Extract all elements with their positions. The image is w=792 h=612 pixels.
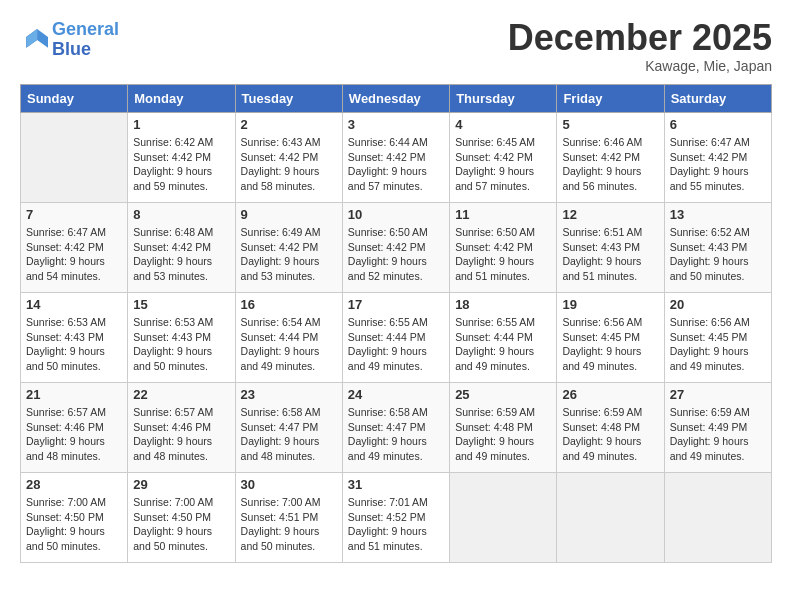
day-number: 18 bbox=[455, 297, 551, 312]
day-info: Sunrise: 6:52 AM Sunset: 4:43 PM Dayligh… bbox=[670, 225, 766, 284]
day-number: 25 bbox=[455, 387, 551, 402]
calendar-table: SundayMondayTuesdayWednesdayThursdayFrid… bbox=[20, 84, 772, 563]
calendar-cell: 8Sunrise: 6:48 AM Sunset: 4:42 PM Daylig… bbox=[128, 203, 235, 293]
logo-text: GeneralBlue bbox=[52, 20, 119, 60]
day-info: Sunrise: 6:49 AM Sunset: 4:42 PM Dayligh… bbox=[241, 225, 337, 284]
month-title: December 2025 bbox=[508, 20, 772, 56]
day-number: 30 bbox=[241, 477, 337, 492]
day-number: 13 bbox=[670, 207, 766, 222]
day-number: 16 bbox=[241, 297, 337, 312]
day-number: 26 bbox=[562, 387, 658, 402]
weekday-header-friday: Friday bbox=[557, 85, 664, 113]
calendar-cell: 3Sunrise: 6:44 AM Sunset: 4:42 PM Daylig… bbox=[342, 113, 449, 203]
day-info: Sunrise: 6:59 AM Sunset: 4:48 PM Dayligh… bbox=[562, 405, 658, 464]
day-number: 6 bbox=[670, 117, 766, 132]
calendar-body: 1Sunrise: 6:42 AM Sunset: 4:42 PM Daylig… bbox=[21, 113, 772, 563]
day-info: Sunrise: 6:45 AM Sunset: 4:42 PM Dayligh… bbox=[455, 135, 551, 194]
day-number: 11 bbox=[455, 207, 551, 222]
day-info: Sunrise: 6:50 AM Sunset: 4:42 PM Dayligh… bbox=[455, 225, 551, 284]
day-info: Sunrise: 6:53 AM Sunset: 4:43 PM Dayligh… bbox=[26, 315, 122, 374]
day-number: 21 bbox=[26, 387, 122, 402]
weekday-header-saturday: Saturday bbox=[664, 85, 771, 113]
calendar-cell bbox=[664, 473, 771, 563]
week-row-2: 7Sunrise: 6:47 AM Sunset: 4:42 PM Daylig… bbox=[21, 203, 772, 293]
day-number: 12 bbox=[562, 207, 658, 222]
location: Kawage, Mie, Japan bbox=[508, 58, 772, 74]
calendar-cell: 4Sunrise: 6:45 AM Sunset: 4:42 PM Daylig… bbox=[450, 113, 557, 203]
calendar-cell: 19Sunrise: 6:56 AM Sunset: 4:45 PM Dayli… bbox=[557, 293, 664, 383]
weekday-header-wednesday: Wednesday bbox=[342, 85, 449, 113]
day-number: 17 bbox=[348, 297, 444, 312]
day-info: Sunrise: 6:58 AM Sunset: 4:47 PM Dayligh… bbox=[241, 405, 337, 464]
calendar-cell: 26Sunrise: 6:59 AM Sunset: 4:48 PM Dayli… bbox=[557, 383, 664, 473]
day-info: Sunrise: 6:46 AM Sunset: 4:42 PM Dayligh… bbox=[562, 135, 658, 194]
week-row-1: 1Sunrise: 6:42 AM Sunset: 4:42 PM Daylig… bbox=[21, 113, 772, 203]
day-info: Sunrise: 6:47 AM Sunset: 4:42 PM Dayligh… bbox=[26, 225, 122, 284]
svg-marker-3 bbox=[26, 29, 37, 48]
calendar-cell: 20Sunrise: 6:56 AM Sunset: 4:45 PM Dayli… bbox=[664, 293, 771, 383]
day-info: Sunrise: 6:53 AM Sunset: 4:43 PM Dayligh… bbox=[133, 315, 229, 374]
calendar-cell: 25Sunrise: 6:59 AM Sunset: 4:48 PM Dayli… bbox=[450, 383, 557, 473]
day-number: 27 bbox=[670, 387, 766, 402]
day-info: Sunrise: 6:55 AM Sunset: 4:44 PM Dayligh… bbox=[455, 315, 551, 374]
day-number: 31 bbox=[348, 477, 444, 492]
calendar-cell: 6Sunrise: 6:47 AM Sunset: 4:42 PM Daylig… bbox=[664, 113, 771, 203]
weekday-header-sunday: Sunday bbox=[21, 85, 128, 113]
calendar-header-row: SundayMondayTuesdayWednesdayThursdayFrid… bbox=[21, 85, 772, 113]
calendar-cell: 9Sunrise: 6:49 AM Sunset: 4:42 PM Daylig… bbox=[235, 203, 342, 293]
day-info: Sunrise: 6:54 AM Sunset: 4:44 PM Dayligh… bbox=[241, 315, 337, 374]
title-block: December 2025 Kawage, Mie, Japan bbox=[508, 20, 772, 74]
calendar-cell: 7Sunrise: 6:47 AM Sunset: 4:42 PM Daylig… bbox=[21, 203, 128, 293]
calendar-cell bbox=[450, 473, 557, 563]
day-number: 22 bbox=[133, 387, 229, 402]
day-info: Sunrise: 7:00 AM Sunset: 4:50 PM Dayligh… bbox=[133, 495, 229, 554]
logo-icon bbox=[20, 26, 48, 54]
day-info: Sunrise: 7:01 AM Sunset: 4:52 PM Dayligh… bbox=[348, 495, 444, 554]
day-number: 7 bbox=[26, 207, 122, 222]
day-number: 8 bbox=[133, 207, 229, 222]
weekday-header-monday: Monday bbox=[128, 85, 235, 113]
week-row-4: 21Sunrise: 6:57 AM Sunset: 4:46 PM Dayli… bbox=[21, 383, 772, 473]
day-number: 5 bbox=[562, 117, 658, 132]
calendar-cell: 10Sunrise: 6:50 AM Sunset: 4:42 PM Dayli… bbox=[342, 203, 449, 293]
day-number: 19 bbox=[562, 297, 658, 312]
day-info: Sunrise: 6:48 AM Sunset: 4:42 PM Dayligh… bbox=[133, 225, 229, 284]
weekday-header-tuesday: Tuesday bbox=[235, 85, 342, 113]
calendar-cell: 13Sunrise: 6:52 AM Sunset: 4:43 PM Dayli… bbox=[664, 203, 771, 293]
day-number: 3 bbox=[348, 117, 444, 132]
day-info: Sunrise: 6:42 AM Sunset: 4:42 PM Dayligh… bbox=[133, 135, 229, 194]
weekday-header-thursday: Thursday bbox=[450, 85, 557, 113]
calendar-cell: 18Sunrise: 6:55 AM Sunset: 4:44 PM Dayli… bbox=[450, 293, 557, 383]
day-info: Sunrise: 6:59 AM Sunset: 4:49 PM Dayligh… bbox=[670, 405, 766, 464]
day-number: 1 bbox=[133, 117, 229, 132]
calendar-cell: 16Sunrise: 6:54 AM Sunset: 4:44 PM Dayli… bbox=[235, 293, 342, 383]
day-number: 29 bbox=[133, 477, 229, 492]
day-number: 24 bbox=[348, 387, 444, 402]
day-number: 15 bbox=[133, 297, 229, 312]
day-number: 28 bbox=[26, 477, 122, 492]
calendar-cell: 24Sunrise: 6:58 AM Sunset: 4:47 PM Dayli… bbox=[342, 383, 449, 473]
day-number: 10 bbox=[348, 207, 444, 222]
calendar-cell: 14Sunrise: 6:53 AM Sunset: 4:43 PM Dayli… bbox=[21, 293, 128, 383]
calendar-cell: 11Sunrise: 6:50 AM Sunset: 4:42 PM Dayli… bbox=[450, 203, 557, 293]
calendar-cell: 2Sunrise: 6:43 AM Sunset: 4:42 PM Daylig… bbox=[235, 113, 342, 203]
day-info: Sunrise: 6:44 AM Sunset: 4:42 PM Dayligh… bbox=[348, 135, 444, 194]
calendar-cell: 15Sunrise: 6:53 AM Sunset: 4:43 PM Dayli… bbox=[128, 293, 235, 383]
page-header: GeneralBlue December 2025 Kawage, Mie, J… bbox=[20, 20, 772, 74]
calendar-cell: 28Sunrise: 7:00 AM Sunset: 4:50 PM Dayli… bbox=[21, 473, 128, 563]
day-info: Sunrise: 6:50 AM Sunset: 4:42 PM Dayligh… bbox=[348, 225, 444, 284]
day-number: 14 bbox=[26, 297, 122, 312]
day-info: Sunrise: 6:57 AM Sunset: 4:46 PM Dayligh… bbox=[26, 405, 122, 464]
day-number: 9 bbox=[241, 207, 337, 222]
calendar-cell: 23Sunrise: 6:58 AM Sunset: 4:47 PM Dayli… bbox=[235, 383, 342, 473]
day-info: Sunrise: 6:43 AM Sunset: 4:42 PM Dayligh… bbox=[241, 135, 337, 194]
calendar-cell bbox=[21, 113, 128, 203]
day-number: 2 bbox=[241, 117, 337, 132]
day-info: Sunrise: 6:57 AM Sunset: 4:46 PM Dayligh… bbox=[133, 405, 229, 464]
week-row-3: 14Sunrise: 6:53 AM Sunset: 4:43 PM Dayli… bbox=[21, 293, 772, 383]
calendar-cell: 5Sunrise: 6:46 AM Sunset: 4:42 PM Daylig… bbox=[557, 113, 664, 203]
calendar-cell: 22Sunrise: 6:57 AM Sunset: 4:46 PM Dayli… bbox=[128, 383, 235, 473]
day-info: Sunrise: 6:56 AM Sunset: 4:45 PM Dayligh… bbox=[562, 315, 658, 374]
day-info: Sunrise: 6:55 AM Sunset: 4:44 PM Dayligh… bbox=[348, 315, 444, 374]
calendar-cell bbox=[557, 473, 664, 563]
